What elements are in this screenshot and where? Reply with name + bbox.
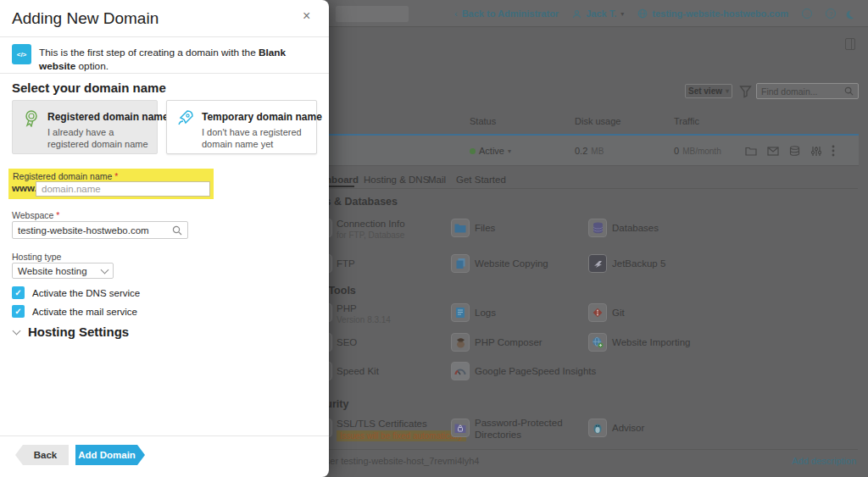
current-domain-link[interactable]: testing-website-hostwebo.com xyxy=(637,8,788,19)
dns-service-label: Activate the DNS service xyxy=(32,288,140,298)
item-speed-kit[interactable]: Speed Kit xyxy=(337,366,379,376)
screen: ‹ Back to Administrator Jack T. ▾ testin… xyxy=(0,0,868,477)
php-composer-icon[interactable] xyxy=(451,333,470,352)
mail-shortcut-icon[interactable] xyxy=(767,147,779,156)
mail-service-label: Activate the mail service xyxy=(32,307,137,317)
website-copying-icon[interactable] xyxy=(451,254,470,273)
card-temporary-desc: I don't have a registered domain name ye… xyxy=(202,126,309,151)
tab-get-started[interactable]: Get Started xyxy=(456,175,506,185)
hosting-type-select[interactable]: Website hosting xyxy=(12,263,114,279)
tab-hosting-dns[interactable]: Hosting & DNS xyxy=(364,175,429,185)
item-php-composer[interactable]: PHP Composer xyxy=(475,337,542,347)
status-dot-icon xyxy=(470,148,476,154)
item-website-importing[interactable]: Website Importing xyxy=(612,337,690,347)
card-registered-domain[interactable]: Registered domain name I already have a … xyxy=(12,100,158,154)
dns-service-checkbox-row[interactable]: ✓ Activate the DNS service xyxy=(12,286,140,299)
modal-title: Adding New Domain xyxy=(12,9,159,28)
search-icon xyxy=(844,86,854,96)
files-shortcut-icon[interactable] xyxy=(745,146,757,156)
hosting-type-label: Hosting type xyxy=(12,252,61,262)
highlighted-domain-field: Registered domain name * www. xyxy=(8,169,214,199)
item-pagespeed[interactable]: Google PageSpeed Insights xyxy=(475,366,596,376)
item-advisor[interactable]: Advisor xyxy=(612,423,644,433)
databases-icon[interactable] xyxy=(588,219,607,237)
user-menu[interactable]: Jack T. ▾ xyxy=(572,8,624,19)
back-button[interactable]: Back xyxy=(15,445,69,465)
tab-mail[interactable]: Mail xyxy=(428,175,446,185)
chevron-down-icon xyxy=(101,265,109,274)
user-icon xyxy=(572,9,581,19)
required-asterisk: * xyxy=(56,210,59,220)
pagespeed-icon[interactable] xyxy=(451,362,470,380)
item-php[interactable]: PHP xyxy=(337,303,357,313)
column-header-traffic: Traffic xyxy=(674,116,699,126)
kebab-menu-icon[interactable] xyxy=(832,145,835,157)
advisor-icon[interactable] xyxy=(588,419,607,437)
card-registered-desc: I already have a registered domain name xyxy=(47,126,154,151)
code-file-icon: </> xyxy=(12,44,31,64)
files-icon[interactable] xyxy=(451,219,470,237)
domain-name-input[interactable] xyxy=(36,181,210,197)
filter-funnel-icon[interactable] xyxy=(739,85,752,98)
add-domain-button[interactable]: Add Domain xyxy=(75,445,145,465)
card-registered-title: Registered domain name xyxy=(47,111,169,123)
webspace-field[interactable] xyxy=(12,221,188,239)
item-connection-info[interactable]: Connection Info xyxy=(337,219,405,229)
item-ftp[interactable]: FTP xyxy=(337,258,355,269)
panel-toggle-icon[interactable] xyxy=(845,38,855,50)
webspace-input[interactable] xyxy=(18,225,153,236)
database-shortcut-icon[interactable] xyxy=(789,146,800,156)
item-seo[interactable]: SEO xyxy=(337,337,357,347)
hosting-settings-label: Hosting Settings xyxy=(28,324,129,339)
item-connection-info-sub: for FTP, Database xyxy=(337,230,404,240)
required-asterisk: * xyxy=(114,171,118,181)
item-website-copying[interactable]: Website Copying xyxy=(475,258,548,269)
item-databases[interactable]: Databases xyxy=(612,223,659,233)
adding-new-domain-modal: Adding New Domain × </> This is the firs… xyxy=(0,0,329,477)
password-protected-icon[interactable] xyxy=(451,419,470,437)
logs-icon[interactable] xyxy=(451,303,470,322)
chevron-down-icon: ▾ xyxy=(620,10,624,18)
item-files[interactable]: Files xyxy=(475,223,495,233)
dark-mode-moon-icon[interactable] xyxy=(849,8,859,19)
card-temporary-domain[interactable]: Temporary domain name I don't have a reg… xyxy=(166,100,317,154)
checkbox-checked-icon[interactable]: ✓ xyxy=(12,305,25,318)
disk-usage-value: 0.2MB xyxy=(575,146,604,156)
ssl-warning-chip: Issues will be fixed automatically xyxy=(337,430,466,441)
divider xyxy=(0,73,329,74)
tabs-divider xyxy=(288,188,858,189)
column-header-disk: Disk usage xyxy=(575,116,620,126)
item-git[interactable]: Git xyxy=(612,308,625,318)
back-to-administrator-link[interactable]: ‹ Back to Administrator xyxy=(454,8,559,19)
website-importing-icon[interactable] xyxy=(588,333,607,352)
item-logs[interactable]: Logs xyxy=(475,308,496,318)
chevron-down-icon xyxy=(13,326,21,335)
footer-divider xyxy=(0,435,329,436)
rosette-icon xyxy=(22,108,41,127)
domain-field-label: Registered domain name * xyxy=(13,171,118,181)
item-php-sub: Version 8.3.14 xyxy=(337,315,391,324)
checkbox-checked-icon[interactable]: ✓ xyxy=(12,286,25,299)
jetbackup-icon[interactable] xyxy=(588,254,607,273)
close-icon[interactable]: × xyxy=(303,8,310,24)
status-badge[interactable]: Active ▾ xyxy=(470,146,511,156)
mail-service-checkbox-row[interactable]: ✓ Activate the mail service xyxy=(12,305,137,318)
rocket-icon xyxy=(176,108,195,127)
www-prefix: www. xyxy=(12,183,37,193)
item-password-protected-line1[interactable]: Password-Protected xyxy=(475,418,563,428)
settings-sliders-icon[interactable] xyxy=(810,146,821,157)
brand-logo xyxy=(336,6,409,22)
find-domain-input[interactable] xyxy=(761,86,842,97)
find-domain-search[interactable] xyxy=(756,83,859,99)
item-ssl-certificates[interactable]: SSL/TLS Certificates xyxy=(337,419,427,429)
hosting-settings-toggle[interactable]: Hosting Settings xyxy=(14,324,129,339)
help-icon[interactable]: ? xyxy=(826,8,836,19)
item-jetbackup[interactable]: JetBackup 5 xyxy=(612,258,665,269)
webspace-label: Webspace * xyxy=(12,210,59,220)
traffic-value: 0MB/month xyxy=(674,146,721,156)
git-icon[interactable] xyxy=(588,303,607,322)
card-temporary-title: Temporary domain name xyxy=(202,111,322,123)
set-view-button[interactable]: Set view▾ xyxy=(685,84,732,98)
sphere-icon[interactable]: ◌ xyxy=(802,8,812,19)
add-description-link[interactable]: Add description xyxy=(792,456,856,466)
